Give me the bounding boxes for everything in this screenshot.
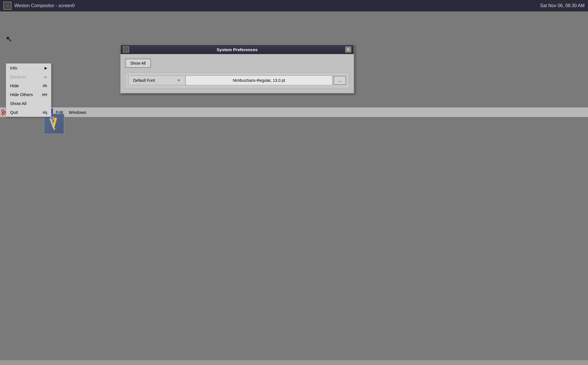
menu-quit[interactable]: Quit #q [6, 108, 51, 117]
system-clock: Sat Nov 06, 08:30 AM [540, 3, 585, 8]
menu-hide[interactable]: Hide #h [6, 81, 51, 90]
system-preferences-window: □ System Preferences ✕ Show All Default … [120, 44, 354, 94]
menu-services: Services ▶ [6, 72, 51, 81]
services-submenu-arrow: ▶ [45, 75, 47, 79]
menu-item-windows[interactable]: Windows [66, 109, 89, 116]
hide-others-shortcut: #H [42, 92, 47, 97]
quit-shortcut: #q [43, 110, 47, 115]
sys-pref-close-button[interactable]: ✕ [345, 46, 351, 53]
svg-marker-5 [53, 128, 55, 131]
font-choose-button[interactable]: ... [333, 76, 346, 85]
font-setting-row: Default Font ▼ NimbusSans-Regular, 13.0 … [125, 72, 349, 88]
title-bar-icon[interactable]: □ [3, 2, 11, 10]
menu-hide-others[interactable]: Hide Others #H [6, 90, 51, 99]
desktop: ↖ □ System Preferences ✕ Show All Defaul… [0, 11, 588, 365]
info-submenu-arrow: ▶ [45, 66, 47, 70]
menu-bar: SystemPreferences Edit Windows [0, 107, 588, 117]
show-all-button[interactable]: Show All [125, 59, 151, 68]
menu-show-all[interactable]: Show All [6, 99, 51, 108]
svg-point-0 [2, 110, 4, 112]
hide-shortcut: #h [43, 84, 47, 88]
cursor: ↖ [6, 34, 12, 44]
font-value-display: NimbusSans-Regular, 13.0 pt [185, 76, 332, 85]
svg-point-1 [2, 113, 4, 115]
sys-pref-window-icon[interactable]: □ [123, 46, 129, 53]
title-bar: □ Weston Compositor - screen0 Sat Nov 06… [0, 0, 588, 11]
scrollbar-horizontal[interactable] [0, 360, 588, 365]
app-menu-dropdown: Info ▶ Services ▶ Hide #h Hide Others #H… [6, 63, 51, 117]
sys-pref-body: Show All Default Font ▼ NimbusSans-Regul… [121, 54, 354, 93]
sys-pref-title: System Preferences [129, 47, 345, 52]
window-title: Weston Compositor - screen0 [14, 3, 540, 8]
font-label: Default Font ▼ [128, 76, 185, 85]
menu-info[interactable]: Info ▶ [6, 64, 51, 72]
font-dropdown-arrow: ▼ [177, 78, 181, 82]
svg-point-7 [50, 117, 55, 121]
sys-pref-titlebar: □ System Preferences ✕ [121, 45, 354, 54]
